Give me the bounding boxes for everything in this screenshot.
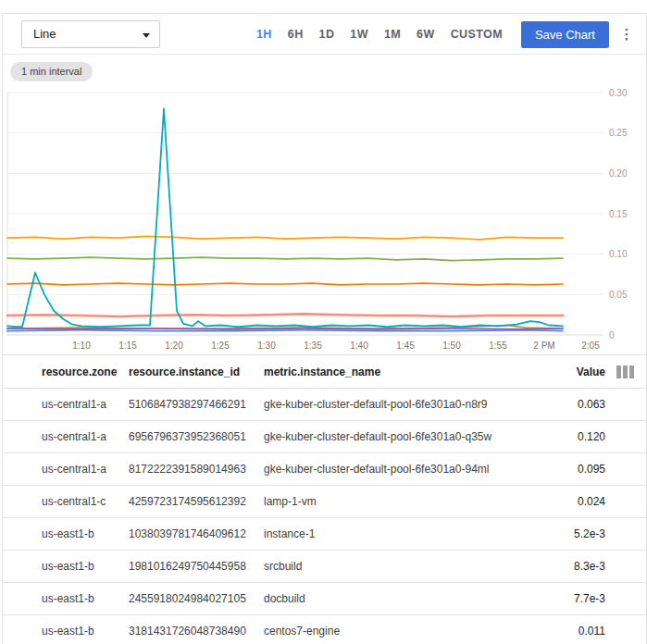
cell-resource-instance-id: 2455918024984027105	[129, 592, 264, 605]
cell-resource-instance-id: 3181431726048738490	[129, 625, 264, 638]
series-line-gke-kuber-cluster-default-pool-6fe301a0-94ml	[7, 257, 563, 260]
overflow-menu-icon[interactable]: ⋮	[618, 26, 635, 44]
svg-text:1:55: 1:55	[489, 341, 507, 351]
header-resource-instance-id: resource.instance_id	[129, 365, 264, 378]
cell-resource-instance-id: 1038039781746409612	[129, 527, 264, 540]
cell-value: 0.120	[541, 430, 605, 443]
svg-text:1:25: 1:25	[211, 341, 230, 351]
cell-metric-instance-name: lamp-1-vm	[264, 495, 541, 508]
legend-table: resource.zone resource.instance_id metri…	[3, 354, 646, 644]
cell-metric-instance-name: gke-kuber-cluster-default-pool-6fe301a0-…	[264, 398, 541, 411]
svg-text:0.20: 0.20	[609, 168, 628, 179]
time-range-6h[interactable]: 6H	[288, 28, 304, 41]
time-range-1d[interactable]: 1D	[319, 28, 335, 41]
series-line-docbuild	[7, 328, 563, 329]
table-row[interactable]: us-central1-a8172222391589014963gke-kube…	[3, 453, 646, 486]
cell-resource-instance-id: 8172222391589014963	[129, 463, 264, 476]
chart-toolbar: Line 1H6H1D1W1M6WCUSTOM Save Chart ⋮	[3, 14, 646, 55]
time-range-1h[interactable]: 1H	[256, 28, 272, 41]
cell-metric-instance-name: docbuild	[264, 592, 541, 605]
series-line-srcbuild	[7, 326, 563, 328]
cell-value: 0.063	[541, 398, 605, 411]
table-row[interactable]: us-east1-b3181431726048738490centos7-eng…	[3, 615, 646, 644]
cell-metric-instance-name: centos7-engine	[264, 625, 541, 638]
interval-badge: 1 min interval	[10, 62, 93, 81]
cell-value: 0.024	[541, 495, 605, 508]
time-range-1w[interactable]: 1W	[350, 28, 368, 41]
series-line-instance-1	[7, 330, 563, 331]
series-line-gke-kuber-cluster-default-pool-6fe301a0-n8r9	[7, 283, 563, 285]
svg-text:0.25: 0.25	[609, 128, 628, 138]
cell-resource-zone: us-central1-c	[42, 495, 129, 508]
svg-text:1:15: 1:15	[118, 341, 137, 351]
svg-text:1:40: 1:40	[350, 341, 368, 351]
table-row[interactable]: us-east1-b1981016249750445958srcbuild8.3…	[3, 551, 646, 583]
cell-resource-instance-id: 5106847938297466291	[129, 398, 264, 411]
save-chart-button[interactable]: Save Chart	[521, 21, 609, 48]
cell-value: 0.011	[541, 625, 605, 638]
cell-resource-zone: us-central1-a	[42, 463, 129, 476]
svg-text:1:30: 1:30	[257, 341, 276, 351]
svg-text:1:35: 1:35	[304, 341, 322, 351]
legend-table-body: us-central1-a5106847938297466291gke-kube…	[3, 389, 646, 644]
cell-metric-instance-name: instance-1	[264, 527, 541, 540]
svg-text:0.15: 0.15	[609, 209, 628, 219]
svg-text:0: 0	[609, 330, 615, 341]
svg-text:1:10: 1:10	[72, 341, 91, 351]
chart-type-dropdown[interactable]: Line	[21, 20, 160, 48]
header-resource-zone: resource.zone	[42, 365, 129, 378]
header-metric-instance-name: metric.instance_name	[264, 365, 541, 378]
view-columns-icon[interactable]	[616, 365, 634, 378]
time-range-1m[interactable]: 1M	[384, 28, 401, 41]
chart-card: 00.050.100.150.200.250.301:101:151:201:2…	[2, 13, 647, 644]
cell-resource-zone: us-east1-b	[42, 560, 129, 573]
svg-text:1:20: 1:20	[165, 341, 183, 351]
chart-type-value: Line	[33, 27, 56, 41]
cell-resource-instance-id: 1981016249750445958	[129, 560, 264, 573]
svg-text:2 PM: 2 PM	[533, 341, 554, 351]
table-row[interactable]: us-central1-c4259723174595612392lamp-1-v…	[3, 486, 646, 518]
cell-value: 5.2e-3	[541, 527, 605, 540]
cell-resource-instance-id: 4259723174595612392	[129, 495, 264, 508]
svg-text:0.30: 0.30	[609, 88, 628, 98]
svg-text:0.10: 0.10	[609, 249, 628, 259]
svg-text:1:50: 1:50	[442, 341, 461, 351]
chevron-down-icon	[143, 33, 150, 38]
series-line-gke-kuber-cluster-default-pool-6fe301a0-q35w	[7, 236, 563, 239]
cell-resource-zone: us-central1-a	[42, 430, 129, 443]
series-line-centos7-engine	[7, 108, 563, 327]
cell-metric-instance-name: srcbuild	[264, 560, 541, 573]
cell-resource-zone: us-east1-b	[42, 527, 129, 540]
svg-text:1:45: 1:45	[396, 341, 415, 351]
svg-text:0.05: 0.05	[609, 290, 628, 300]
series-line-lamp-1-vm	[7, 314, 563, 316]
cell-resource-zone: us-east1-b	[42, 625, 129, 638]
cell-value: 0.095	[541, 463, 605, 476]
table-row[interactable]: us-central1-a6956796373952368051gke-kube…	[3, 421, 646, 453]
svg-text:2:05: 2:05	[581, 341, 600, 351]
cell-resource-instance-id: 6956796373952368051	[129, 430, 264, 443]
cell-metric-instance-name: gke-kuber-cluster-default-pool-6fe301a0-…	[264, 430, 541, 443]
table-row[interactable]: us-central1-a5106847938297466291gke-kube…	[3, 389, 646, 421]
header-value: Value	[541, 365, 605, 378]
cell-value: 7.7e-3	[541, 592, 605, 605]
cell-resource-zone: us-east1-b	[42, 592, 129, 605]
time-range-group: 1H6H1D1W1M6WCUSTOM	[256, 14, 503, 55]
table-row[interactable]: us-east1-b1038039781746409612instance-15…	[3, 518, 646, 551]
time-range-6w[interactable]: 6W	[417, 28, 435, 41]
table-row[interactable]: us-east1-b2455918024984027105docbuild7.7…	[3, 583, 646, 615]
legend-table-header: resource.zone resource.instance_id metri…	[3, 354, 646, 389]
cell-metric-instance-name: gke-kuber-cluster-default-pool-6fe301a0-…	[264, 463, 541, 476]
time-range-custom[interactable]: CUSTOM	[451, 28, 503, 41]
cell-resource-zone: us-central1-a	[42, 398, 129, 411]
cell-value: 8.3e-3	[541, 560, 605, 573]
